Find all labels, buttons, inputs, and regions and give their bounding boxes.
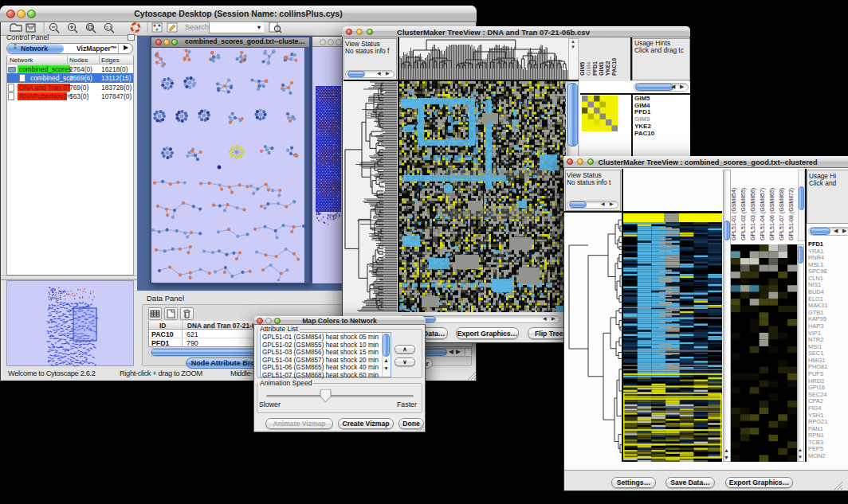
svg-text:1:1: 1:1 bbox=[106, 25, 112, 30]
